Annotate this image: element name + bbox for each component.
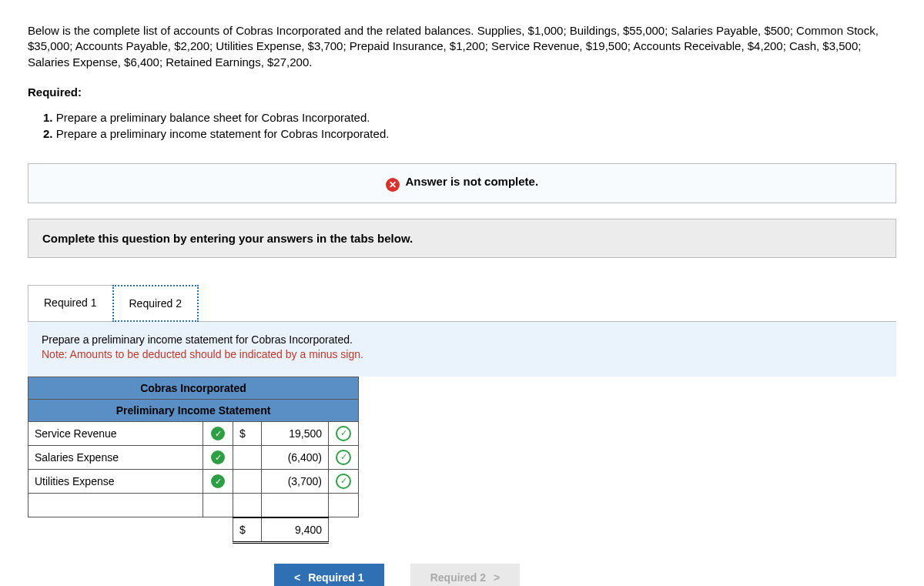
next-required-button: Required 2> — [410, 564, 521, 586]
table-row: Salaries Expense ✓ (6,400) ✓ — [28, 445, 359, 469]
check-icon: ✓ — [336, 474, 351, 489]
nav-row: <Required 1 Required 2> — [274, 564, 896, 586]
currency-cell: $ — [233, 421, 262, 445]
required-list: 1. Prepare a preliminary balance sheet f… — [43, 109, 896, 142]
check-icon: ✓ — [336, 450, 351, 465]
table-row — [28, 493, 359, 517]
check-icon: ✓ — [211, 474, 225, 488]
amount-cell[interactable] — [262, 493, 329, 517]
problem-text: Below is the complete list of accounts o… — [28, 23, 896, 70]
check-icon: ✓ — [336, 426, 351, 441]
tab-instruction-line2: Note: Amounts to be deducted should be i… — [42, 347, 882, 363]
tab-instruction-line1: Prepare a preliminary income statement f… — [42, 333, 882, 348]
answer-incomplete-alert: ✕ Answer is not complete. — [28, 163, 896, 203]
tab-strip: Required 1 Required 2 — [28, 284, 896, 321]
table-row: Service Revenue ✓ $ 19,500 ✓ — [28, 421, 359, 445]
next-label: Required 2 — [430, 571, 486, 584]
account-cell[interactable]: Utilities Expense — [28, 469, 203, 493]
tab-required-1[interactable]: Required 1 — [28, 285, 113, 322]
statement-company: Cobras Incorporated — [28, 377, 359, 399]
required-item-2: Prepare a preliminary income statement f… — [56, 127, 390, 140]
chevron-right-icon: > — [494, 571, 500, 584]
prev-label: Required 1 — [308, 571, 363, 584]
chevron-left-icon: < — [294, 571, 300, 584]
currency-cell — [233, 445, 262, 469]
account-cell[interactable]: Salaries Expense — [28, 445, 203, 469]
instruction-box: Complete this question by entering your … — [28, 219, 896, 258]
statement-title: Preliminary Income Statement — [28, 399, 359, 421]
table-row: Utilities Expense ✓ (3,700) ✓ — [28, 469, 359, 493]
required-item-1: Prepare a preliminary balance sheet for … — [56, 111, 370, 124]
prev-required-button[interactable]: <Required 1 — [274, 564, 384, 586]
check-icon: ✓ — [211, 450, 225, 464]
amount-cell[interactable]: (3,700) — [262, 469, 329, 493]
account-cell[interactable] — [28, 493, 203, 517]
income-statement-table: Cobras Incorporated Preliminary Income S… — [28, 377, 359, 544]
error-icon: ✕ — [386, 178, 400, 192]
required-heading: Required: — [28, 85, 896, 99]
tab-required-2[interactable]: Required 2 — [112, 285, 199, 322]
amount-cell[interactable]: (6,400) — [262, 445, 329, 469]
total-currency: $ — [233, 517, 262, 543]
total-row: $ 9,400 — [28, 517, 359, 543]
account-cell[interactable]: Service Revenue — [28, 421, 203, 445]
check-icon: ✓ — [211, 427, 225, 440]
alert-text: Answer is not complete. — [406, 175, 539, 188]
amount-cell[interactable]: 19,500 — [262, 421, 329, 445]
tab-body: Prepare a preliminary income statement f… — [28, 321, 896, 377]
currency-cell — [233, 469, 262, 493]
total-amount: 9,400 — [262, 517, 329, 543]
